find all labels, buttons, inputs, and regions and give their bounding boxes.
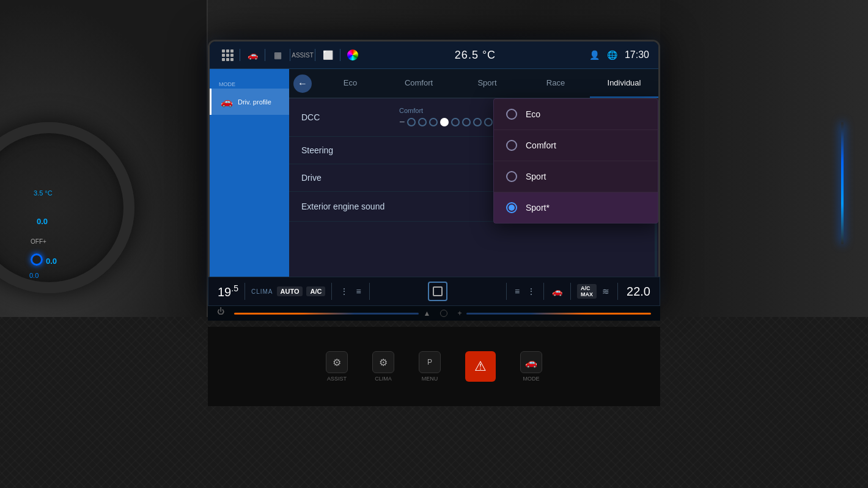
climate-divider-1	[245, 283, 245, 300]
clima-phys-btn[interactable]: ⚙ CLIMA	[372, 351, 394, 382]
left-nav: MODE 🚗 Driv. profile	[210, 69, 289, 300]
dcc-dot-2[interactable]	[418, 118, 427, 126]
dcc-dot-1[interactable]	[407, 118, 416, 126]
color-wheel-icon[interactable]	[344, 46, 361, 64]
dcc-dot-6[interactable]	[462, 118, 471, 126]
engine-sound-label: Exterior engine sound	[301, 202, 399, 211]
tabs-bar: ← Eco Comfort Sport Race Individual	[289, 69, 658, 98]
car-front-icon[interactable]: 🚗	[550, 286, 564, 296]
mode-phys-btn[interactable]: 🚗 MODE	[520, 351, 542, 382]
tab-individual[interactable]: Individual	[590, 69, 658, 98]
apps-button[interactable]	[219, 46, 236, 64]
auto-button[interactable]: AUTO	[277, 286, 303, 296]
assist-phys-btn[interactable]: ⚙ ASSIST	[326, 351, 348, 382]
triangle-icon[interactable]: ▲	[424, 309, 431, 318]
hazard-icon: ⚠	[474, 359, 487, 374]
dcc-dot-3[interactable]	[429, 118, 438, 126]
dropdown-item-eco[interactable]: Eco	[494, 99, 658, 130]
tab-comfort[interactable]: Comfort	[384, 69, 453, 98]
dropdown-item-comfort[interactable]: Comfort	[494, 130, 658, 161]
tab-sport[interactable]: Sport	[453, 69, 521, 98]
assist-button[interactable]: ASSIST	[294, 46, 311, 64]
control-bar: ⏻ ▲ +	[208, 306, 660, 321]
dropdown-sport-label: Sport	[526, 172, 546, 181]
mode-phys-icon: 🚗	[520, 351, 542, 373]
physical-buttons: ⚙ ASSIST ⚙ CLIMA P MENU ⚠ 🚗 MODE	[208, 327, 660, 406]
person-icon: 👤	[589, 50, 600, 60]
radio-sport[interactable]	[506, 171, 517, 182]
gauge-speed: 0.0	[37, 217, 48, 226]
fan-right-icon[interactable]: ⋮	[525, 286, 537, 296]
display-button[interactable]: ▦	[269, 46, 286, 64]
nav-driv-profile[interactable]: 🚗 Driv. profile	[210, 89, 289, 115]
tab-race[interactable]: Race	[521, 69, 590, 98]
gauge-bottom: 0.0	[29, 272, 39, 279]
volume-dot	[440, 310, 447, 317]
driv-profile-icon: 🚗	[221, 96, 233, 107]
climate-divider-6	[570, 283, 571, 300]
dcc-dot-7[interactable]	[473, 118, 482, 126]
clima-phys-icon: ⚙	[372, 351, 394, 373]
power-icon[interactable]: ⏻	[217, 307, 229, 319]
back-button[interactable]: ←	[289, 70, 316, 97]
dropdown-item-sport[interactable]: Sport	[494, 161, 658, 192]
dropdown-sport-star-label: Sport*	[526, 203, 550, 213]
dcc-left-label: Comfort	[399, 107, 423, 114]
menu-phys-btn[interactable]: P MENU	[419, 351, 441, 382]
display-icon	[433, 286, 443, 296]
assist-phys-label: ASSIST	[327, 376, 347, 382]
tab-eco[interactable]: Eco	[316, 69, 384, 98]
gauge-indicator	[31, 253, 43, 266]
air-icon[interactable]: ≋	[600, 286, 611, 296]
square-button[interactable]: ⬜	[319, 46, 336, 64]
gauge-left: 3.5 °C	[34, 189, 53, 200]
car-button[interactable]: 🚗	[244, 46, 261, 64]
right-temp-display: 22.0	[627, 285, 650, 299]
blue-accent	[841, 122, 844, 244]
center-display-button[interactable]	[428, 282, 447, 301]
climate-bar: 19.5 CLIMA AUTO A/C ⋮ ≡ ≡ ⋮ 🚗 A/CMAX ≋ 2…	[208, 277, 660, 306]
heat-left-icon[interactable]: ≡	[354, 286, 362, 296]
dropdown-comfort-label: Comfort	[526, 140, 556, 150]
climate-divider-2	[331, 283, 332, 300]
radio-sport-star[interactable]	[506, 202, 517, 213]
mode-label: MODE	[210, 76, 289, 89]
dcc-minus[interactable]: −	[399, 117, 405, 128]
dcc-dot-4[interactable]	[440, 118, 449, 126]
climate-divider-7	[617, 283, 618, 300]
plus-icon[interactable]: +	[457, 309, 462, 318]
dropdown-menu: Eco Comfort Sport Sport*	[493, 98, 658, 224]
assist-phys-icon: ⚙	[326, 351, 348, 373]
menu-phys-icon: P	[419, 351, 441, 373]
ac-button[interactable]: A/C	[306, 286, 325, 296]
dropdown-item-sport-star[interactable]: Sport*	[494, 192, 658, 223]
dcc-dot-8[interactable]	[484, 118, 493, 126]
topbar-divider-5	[340, 49, 340, 61]
steering-wheel	[0, 122, 134, 293]
heat-right-icon[interactable]: ≡	[513, 286, 521, 296]
climate-divider-4	[506, 283, 507, 300]
left-temp-display: 19.5	[218, 283, 238, 299]
topbar-divider-4	[315, 49, 315, 61]
radio-eco[interactable]	[506, 109, 517, 120]
menu-phys-label: MENU	[422, 376, 438, 382]
dcc-dot-5[interactable]	[451, 118, 460, 126]
gauge-off-label: OFF+	[31, 238, 46, 245]
status-bar: 🚗 ▦ ASSIST ⬜ 26.5 °C 👤 🌐 17:30	[210, 42, 658, 69]
fan-left-icon[interactable]: ⋮	[338, 286, 350, 296]
temperature-display: 26.5 °C	[366, 49, 584, 62]
radio-inner-sport-star	[509, 205, 515, 211]
infotainment-screen: 🚗 ▦ ASSIST ⬜ 26.5 °C 👤 🌐 17:30 MODE 🚗	[208, 40, 660, 302]
ac-max-button[interactable]: A/CMAX	[577, 284, 597, 299]
climate-divider-3	[369, 283, 370, 300]
gauge-rpm: 0.0	[46, 257, 57, 266]
topbar-right-icons: 👤 🌐 17:30	[589, 49, 649, 60]
temp-gradient-bar	[234, 313, 419, 315]
hazard-button[interactable]: ⚠	[465, 351, 496, 382]
topbar-divider-2	[265, 49, 265, 61]
topbar-divider-3	[290, 49, 290, 61]
driv-profile-label: Driv. profile	[238, 98, 271, 106]
radio-comfort[interactable]	[506, 140, 517, 151]
temp-gradient-bar-right	[466, 313, 651, 315]
climate-divider-5	[543, 283, 544, 300]
